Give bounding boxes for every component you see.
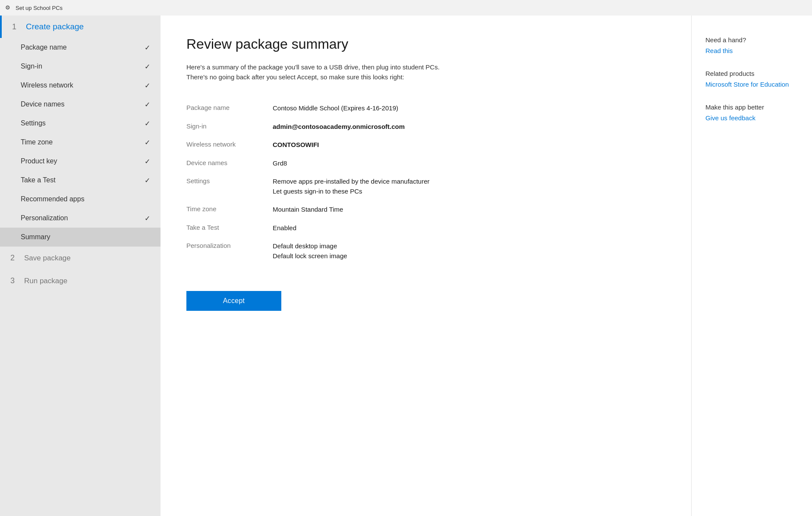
summary-value-package-name: Contoso Middle School (Expires 4-16-2019… xyxy=(273,103,497,113)
step-number-save-package: 2 xyxy=(10,253,19,263)
app-title: Set up School PCs xyxy=(16,5,63,11)
nav-label-device-names: Device names xyxy=(21,100,64,108)
summary-row-take-a-test: Take a TestEnabled xyxy=(186,219,497,238)
summary-label-personalization: Personalization xyxy=(186,241,273,249)
check-device-names: ✓ xyxy=(145,100,150,109)
right-link-give-feedback[interactable]: Give us feedback xyxy=(705,114,798,122)
right-link-read-this[interactable]: Read this xyxy=(705,47,798,54)
summary-row-sign-in: Sign-inadmin@contosoacademy.onmicrosoft.… xyxy=(186,118,497,136)
nav-label-wireless-network: Wireless network xyxy=(21,81,73,89)
summary-label-wireless-network: Wireless network xyxy=(186,140,273,148)
check-time-zone: ✓ xyxy=(145,138,150,147)
app-container: 1 Create package Package name ✓ Sign-in … xyxy=(0,16,812,516)
summary-value-line-package-name-0: Contoso Middle School (Expires 4-16-2019… xyxy=(273,103,497,113)
summary-label-take-a-test: Take a Test xyxy=(186,223,273,231)
nav-item-device-names[interactable]: Device names ✓ xyxy=(0,95,161,114)
nav-item-time-zone[interactable]: Time zone ✓ xyxy=(0,133,161,152)
summary-value-take-a-test: Enabled xyxy=(273,223,497,233)
accept-button[interactable]: Accept xyxy=(186,291,281,311)
nav-item-personalization[interactable]: Personalization ✓ xyxy=(0,209,161,228)
step-label-run-package: Run package xyxy=(24,277,67,285)
check-sign-in: ✓ xyxy=(145,63,150,71)
sidebar: 1 Create package Package name ✓ Sign-in … xyxy=(0,16,161,516)
summary-row-wireless-network: Wireless networkCONTOSOWIFI xyxy=(186,136,497,154)
summary-value-wireless-network: CONTOSOWIFI xyxy=(273,140,497,150)
summary-label-device-names: Device names xyxy=(186,159,273,166)
description-text: Here's a summary of the package you'll s… xyxy=(186,63,454,82)
summary-value-line-personalization-1: Default lock screen image xyxy=(273,251,497,261)
right-section-title-make-better: Make this app better xyxy=(705,103,798,111)
summary-value-line-take-a-test-0: Enabled xyxy=(273,223,497,233)
content-area: Review package summary Here's a summary … xyxy=(161,16,691,516)
summary-value-line-personalization-0: Default desktop image xyxy=(273,241,497,251)
right-sidebar: Need a hand?Read thisRelated productsMic… xyxy=(691,16,812,516)
check-product-key: ✓ xyxy=(145,157,150,166)
summary-value-line-settings-1: Let guests sign-in to these PCs xyxy=(273,187,497,197)
nav-label-recommended-apps: Recommended apps xyxy=(21,195,85,203)
check-settings: ✓ xyxy=(145,119,150,128)
summary-label-settings: Settings xyxy=(186,177,273,185)
step-number-run-package: 3 xyxy=(10,276,19,285)
summary-row-time-zone: Time zoneMountain Standard Time xyxy=(186,200,497,219)
summary-label-time-zone: Time zone xyxy=(186,205,273,213)
summary-value-line-device-names-0: Grd8 xyxy=(273,159,497,169)
sidebar-step-save-package[interactable]: 2 Save package xyxy=(0,247,161,269)
nav-item-settings[interactable]: Settings ✓ xyxy=(0,114,161,133)
check-package-name: ✓ xyxy=(145,44,150,52)
right-section-need-a-hand: Need a hand?Read this xyxy=(705,36,798,54)
summary-table: Package nameContoso Middle School (Expir… xyxy=(186,99,497,265)
nav-item-summary[interactable]: Summary xyxy=(0,228,161,247)
nav-item-package-name[interactable]: Package name ✓ xyxy=(0,38,161,57)
check-personalization: ✓ xyxy=(145,214,150,222)
right-section-title-related-products: Related products xyxy=(705,70,798,77)
step-label-create-package: Create package xyxy=(26,22,84,31)
nav-item-sign-in[interactable]: Sign-in ✓ xyxy=(0,57,161,76)
active-indicator xyxy=(0,16,2,38)
summary-value-personalization: Default desktop imageDefault lock screen… xyxy=(273,241,497,261)
nav-label-package-name: Package name xyxy=(21,44,67,51)
nav-label-product-key: Product key xyxy=(21,157,57,165)
check-wireless-network: ✓ xyxy=(145,81,150,90)
nav-label-summary: Summary xyxy=(21,233,50,241)
summary-row-device-names: Device namesGrd8 xyxy=(186,154,497,173)
nav-label-personalization: Personalization xyxy=(21,214,68,222)
nav-label-time-zone: Time zone xyxy=(21,138,53,146)
step-label-save-package: Save package xyxy=(24,254,71,263)
app-icon: ⚙ xyxy=(5,4,12,11)
summary-value-line-wireless-network-0: CONTOSOWIFI xyxy=(273,140,497,150)
nav-label-sign-in: Sign-in xyxy=(21,63,42,70)
right-link-ms-store-education[interactable]: Microsoft Store for Education xyxy=(705,81,798,88)
nav-label-settings: Settings xyxy=(21,119,46,127)
nav-item-take-a-test[interactable]: Take a Test ✓ xyxy=(0,171,161,190)
summary-row-settings: SettingsRemove apps pre-installed by the… xyxy=(186,172,497,200)
sidebar-step-create-package[interactable]: 1 Create package xyxy=(0,16,161,38)
summary-value-line-sign-in-0: admin@contosoacademy.onmicrosoft.com xyxy=(273,122,497,132)
summary-value-line-settings-0: Remove apps pre-installed by the device … xyxy=(273,177,497,187)
main-content: Review package summary Here's a summary … xyxy=(161,16,812,516)
nav-item-wireless-network[interactable]: Wireless network ✓ xyxy=(0,76,161,95)
summary-value-device-names: Grd8 xyxy=(273,159,497,169)
summary-label-package-name: Package name xyxy=(186,103,273,111)
title-bar: ⚙ Set up School PCs xyxy=(0,0,812,16)
summary-row-package-name: Package nameContoso Middle School (Expir… xyxy=(186,99,497,118)
summary-row-personalization: PersonalizationDefault desktop imageDefa… xyxy=(186,237,497,265)
nav-label-take-a-test: Take a Test xyxy=(21,176,56,184)
nav-item-recommended-apps[interactable]: Recommended apps xyxy=(0,190,161,209)
right-section-title-need-a-hand: Need a hand? xyxy=(705,36,798,44)
step-number: 1 xyxy=(12,22,21,31)
right-section-related-products: Related productsMicrosoft Store for Educ… xyxy=(705,70,798,88)
nav-item-product-key[interactable]: Product key ✓ xyxy=(0,152,161,171)
summary-value-time-zone: Mountain Standard Time xyxy=(273,205,497,215)
page-title: Review package summary xyxy=(186,36,665,52)
summary-value-settings: Remove apps pre-installed by the device … xyxy=(273,177,497,196)
summary-value-line-time-zone-0: Mountain Standard Time xyxy=(273,205,497,215)
summary-value-sign-in: admin@contosoacademy.onmicrosoft.com xyxy=(273,122,497,132)
check-take-a-test: ✓ xyxy=(145,176,150,185)
sidebar-step-run-package[interactable]: 3 Run package xyxy=(0,269,161,292)
summary-label-sign-in: Sign-in xyxy=(186,122,273,130)
right-section-make-better: Make this app betterGive us feedback xyxy=(705,103,798,122)
